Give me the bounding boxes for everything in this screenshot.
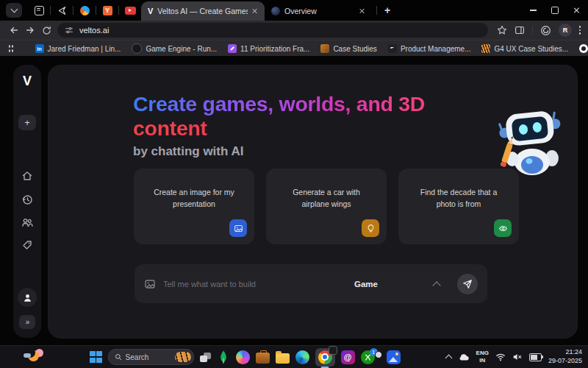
bookmark-game-engine[interactable]: Game Engine - Run...	[132, 43, 217, 54]
notebook-icon	[35, 6, 44, 15]
bookmark-prioritization[interactable]: 11 Prioritization Fra...	[228, 44, 309, 53]
battery-icon[interactable]	[529, 353, 542, 361]
bookmark-product-management[interactable]: Product Manageme...	[388, 44, 471, 53]
apps-grid-icon[interactable]	[9, 45, 13, 52]
language-bottom: IN	[476, 357, 489, 364]
community-icon[interactable]	[21, 216, 33, 228]
tab-overview[interactable]: Overview	[265, 1, 372, 21]
task-view-button[interactable]	[200, 353, 211, 362]
card-generate-car[interactable]: Generate a car with airplane wings	[266, 169, 387, 244]
file-explorer-icon[interactable]	[276, 353, 290, 364]
screen: Y V Veltos AI — Create Games & 3... Over…	[0, 0, 588, 368]
window-controls	[522, 0, 588, 21]
weather-widget[interactable]	[24, 349, 46, 365]
photos-icon[interactable]	[387, 350, 401, 364]
search-icon	[115, 353, 122, 361]
xbox-icon[interactable]: 1	[361, 350, 375, 364]
bookmark-label: Game Engine - Run...	[146, 45, 217, 53]
volume-muted-icon[interactable]	[512, 353, 523, 361]
tab-search-button[interactable]	[6, 3, 22, 18]
user-avatar[interactable]	[18, 288, 37, 307]
veltos-favicon: V	[148, 7, 153, 15]
bookmark-jared-friedman[interactable]: in Jared Friedman | Lin...	[35, 44, 121, 53]
pinned-tabs: Y	[28, 6, 141, 15]
reload-button[interactable]	[38, 22, 54, 38]
hero-section: Create games, worlds, and 3D content by …	[133, 92, 486, 159]
tiger-icon	[481, 44, 490, 53]
side-panel-icon[interactable]	[514, 25, 525, 35]
chrome-active-app[interactable]	[315, 348, 335, 367]
pinned-tab-hackernews[interactable]: Y	[96, 6, 118, 15]
tray-expand-icon[interactable]	[445, 355, 452, 362]
bookmarks-bar: in Jared Friedman | Lin... Game Engine -…	[0, 40, 588, 57]
attach-image-icon[interactable]	[144, 278, 156, 290]
suggestion-cards: Create an image for my presentation Gene…	[134, 169, 519, 244]
sidebar-expand-button[interactable]: »	[19, 315, 35, 329]
language-top: ENG	[476, 350, 489, 357]
windows-start-button[interactable]	[90, 351, 102, 364]
chrome-profile-badge	[375, 351, 382, 358]
forward-button[interactable]	[22, 22, 38, 38]
back-button[interactable]	[6, 22, 22, 38]
browser-menu-button[interactable]	[579, 26, 581, 34]
edge-icon[interactable]	[295, 350, 309, 364]
doc-icon	[228, 44, 237, 53]
mode-selector[interactable]: Game	[354, 280, 378, 289]
prompt-placeholder[interactable]: Tell me what want to build	[163, 280, 354, 289]
close-window-button[interactable]	[566, 0, 588, 21]
bookmark-case-studies[interactable]: Case Studies	[320, 44, 376, 53]
taskbar-center: Search @ 1	[90, 346, 401, 368]
url-text: veltos.ai	[79, 26, 109, 35]
card-text: Generate a car with airplane wings	[266, 169, 387, 210]
github-icon	[579, 44, 588, 53]
pinned-tab-notebook[interactable]	[28, 6, 50, 15]
send-button[interactable]	[457, 274, 478, 294]
card-find-decade[interactable]: Find the decade that a photo is from	[398, 169, 519, 244]
clock[interactable]: 21:24 29-07-2025	[548, 348, 582, 365]
send-plane-icon	[462, 279, 473, 289]
toolbar-right-icons: R	[497, 24, 581, 37]
extensions-icon[interactable]	[540, 25, 551, 36]
tab-veltos[interactable]: V Veltos AI — Create Games & 3...	[141, 1, 265, 21]
at-app-icon[interactable]: @	[341, 350, 355, 364]
chrome-badge	[329, 346, 337, 355]
history-icon[interactable]	[21, 194, 33, 205]
close-tab-icon[interactable]	[252, 8, 258, 14]
close-icon	[573, 7, 580, 13]
copilot-icon[interactable]	[236, 350, 250, 364]
new-tab-button[interactable]: +	[384, 5, 390, 15]
minimize-icon	[530, 10, 537, 10]
veltos-logo: V	[13, 74, 41, 89]
chevron-up-icon[interactable]	[432, 281, 440, 289]
pinned-tab-youtube[interactable]	[119, 7, 141, 15]
mongodb-icon[interactable]	[217, 350, 230, 364]
maximize-button[interactable]	[544, 0, 566, 21]
card-create-image[interactable]: Create an image for my presentation	[134, 169, 254, 244]
browser-tab-strip: Y V Veltos AI — Create Games & 3... Over…	[0, 0, 588, 21]
wifi-icon[interactable]	[495, 353, 506, 361]
briefcase-app-icon[interactable]	[256, 353, 270, 364]
bookmark-star-icon[interactable]	[497, 25, 507, 35]
flag-icon	[388, 44, 397, 53]
prompt-composer[interactable]: Tell me what want to build Game	[135, 264, 487, 303]
new-project-button[interactable]: +	[18, 115, 36, 130]
close-tab-icon[interactable]	[359, 8, 365, 14]
bookmark-github[interactable]: aaronbatchelder/pr...	[579, 44, 588, 53]
browser-toolbar: veltos.ai R	[0, 21, 588, 40]
pinned-tab-triangle[interactable]	[51, 6, 73, 15]
home-icon[interactable]	[21, 170, 33, 182]
image-icon	[229, 219, 247, 237]
tag-icon[interactable]	[21, 239, 33, 251]
toolbar-separator	[532, 26, 533, 35]
pinned-tab-colorful[interactable]	[74, 6, 96, 15]
onedrive-cloud-icon[interactable]	[458, 353, 470, 361]
search-highlight-image	[175, 352, 191, 362]
case-studies-icon	[320, 44, 329, 53]
bookmark-ux-case-studies[interactable]: G4 UX Case Studies...	[481, 44, 568, 53]
language-indicator[interactable]: ENG IN	[476, 350, 489, 364]
eye-icon	[494, 219, 512, 237]
minimize-button[interactable]	[522, 0, 544, 21]
profile-avatar[interactable]: R	[559, 24, 572, 37]
taskbar-search[interactable]: Search	[108, 349, 194, 365]
address-bar[interactable]: veltos.ai	[57, 23, 488, 38]
